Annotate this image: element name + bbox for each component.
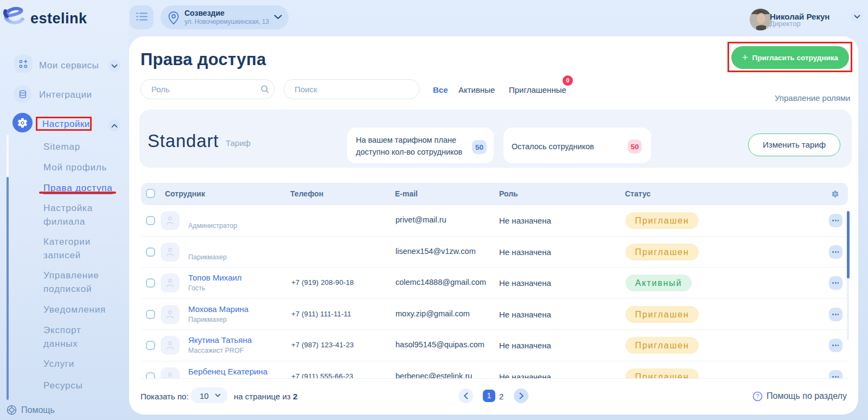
svg-text:?: ? <box>756 393 759 399</box>
